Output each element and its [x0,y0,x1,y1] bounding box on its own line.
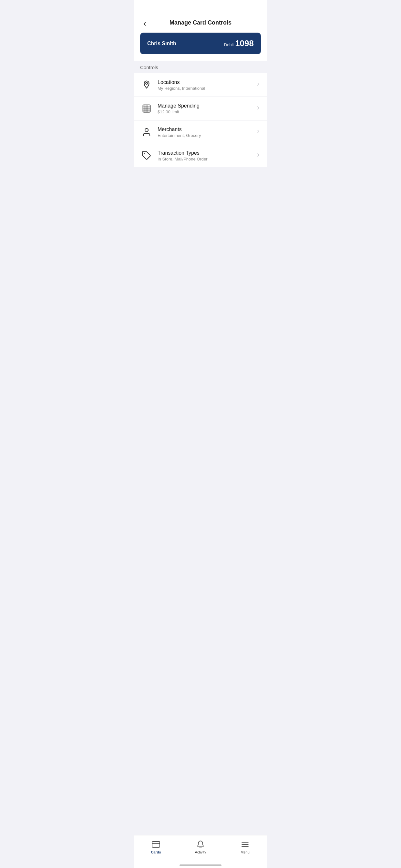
manage-spending-chevron [256,105,261,112]
page-title: Manage Card Controls [169,20,232,26]
card-banner-container: Chris Smith Debit 1098 [134,33,267,61]
controls-section: Controls Locations My Regions, Internati… [134,61,267,167]
merchants-item[interactable]: Merchants Entertainment, Grocery [134,120,267,144]
locations-chevron [256,82,261,89]
transaction-types-title: Transaction Types [158,150,252,156]
tab-activity[interactable]: Activity [178,839,223,856]
transaction-icon [140,149,153,162]
svg-point-0 [146,82,148,84]
tab-cards[interactable]: Cards [134,839,178,856]
locations-subtitle: My Regions, International [158,86,252,91]
card-last4: 1098 [235,38,254,49]
tab-activity-label: Activity [195,850,206,854]
back-icon [142,21,148,27]
back-button[interactable] [140,20,149,28]
spending-icon [140,102,153,115]
card-icon [151,840,160,849]
transaction-types-chevron [256,152,261,159]
manage-spending-item[interactable]: Manage Spending $12.00 limit [134,97,267,120]
merchants-subtitle: Entertainment, Grocery [158,133,252,138]
svg-point-7 [145,128,148,132]
locations-text: Locations My Regions, International [158,80,252,91]
menu-icon [241,840,250,849]
card-debit-label: Debit [224,42,234,47]
empty-space [134,167,267,835]
locations-title: Locations [158,80,252,85]
bell-icon [196,840,205,849]
tab-menu[interactable]: Menu [223,839,267,856]
tab-cards-label: Cards [151,850,161,854]
manage-spending-text: Manage Spending $12.00 limit [158,103,252,114]
merchants-title: Merchants [158,127,252,132]
header: Manage Card Controls [134,0,267,33]
transaction-types-subtitle: In Store, Mail/Phone Order [158,157,252,161]
manage-spending-title: Manage Spending [158,103,252,109]
transaction-types-item[interactable]: Transaction Types In Store, Mail/Phone O… [134,144,267,167]
tab-bar: Cards Activity Menu [134,835,267,864]
transaction-types-text: Transaction Types In Store, Mail/Phone O… [158,150,252,161]
home-indicator [134,864,267,868]
controls-list: Locations My Regions, International [134,73,267,167]
tab-menu-label: Menu [241,850,250,854]
locations-item[interactable]: Locations My Regions, International [134,73,267,97]
card-holder-name: Chris Smith [147,41,176,46]
manage-spending-subtitle: $12.00 limit [158,110,252,114]
merchants-text: Merchants Entertainment, Grocery [158,127,252,138]
location-icon [140,79,153,91]
merchants-icon [140,126,153,138]
svg-rect-9 [152,841,160,847]
card-banner: Chris Smith Debit 1098 [140,33,261,54]
controls-header: Controls [134,61,267,73]
home-indicator-bar [180,864,221,866]
merchants-chevron [256,129,261,135]
card-number: Debit 1098 [224,38,254,49]
